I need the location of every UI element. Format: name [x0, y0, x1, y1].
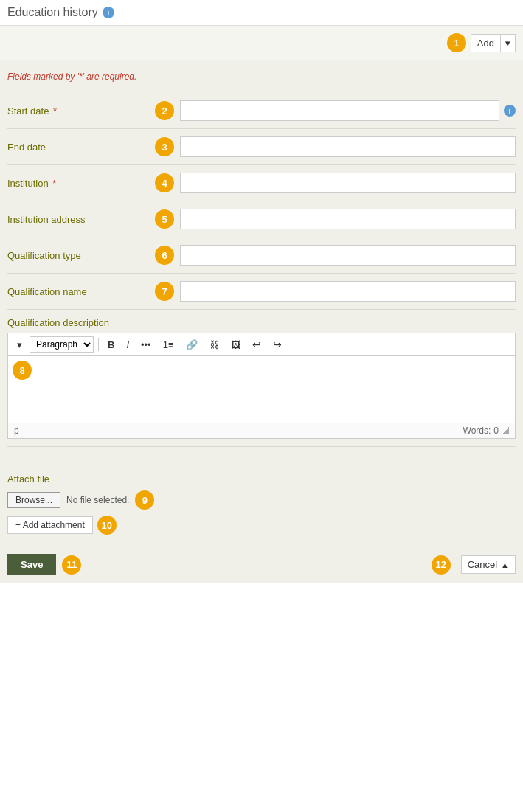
- cancel-chevron-icon: ▲: [501, 561, 509, 569]
- institution-address-label: Institution address: [7, 214, 155, 225]
- add-badge: 1: [447, 33, 466, 52]
- form-section: Fields marked by '*' are required. Start…: [0, 60, 523, 583]
- qualification-name-input[interactable]: [180, 281, 516, 302]
- required-star-institution: *: [50, 178, 57, 189]
- end-date-label: End date: [7, 142, 155, 153]
- start-date-label: Start date *: [7, 105, 155, 117]
- page-header: Education history i: [0, 0, 523, 26]
- qualification-name-badge: 7: [155, 282, 174, 301]
- editor-toolbar: ▾ Paragraph B I ••• 1≡: [7, 333, 516, 355]
- institution-address-badge: 5: [155, 209, 174, 229]
- form-footer: Save 11 12 Cancel ▲: [0, 546, 523, 583]
- qualification-desc-label: Qualification description: [7, 317, 516, 328]
- editor-italic-btn[interactable]: I: [122, 337, 134, 353]
- end-date-input[interactable]: [180, 136, 516, 157]
- attach-badge: 9: [135, 490, 154, 510]
- link-icon[interactable]: [181, 337, 202, 353]
- qual-desc-badge: 8: [13, 361, 32, 380]
- add-button[interactable]: Add: [471, 34, 500, 52]
- cancel-badge: 12: [432, 555, 451, 575]
- editor-bold-btn[interactable]: B: [103, 337, 119, 353]
- add-button-group: Add ▾: [471, 34, 516, 52]
- words-count: 0: [493, 426, 499, 436]
- institution-label: Institution *: [7, 178, 155, 189]
- editor-footer: p Words: 0: [8, 423, 515, 438]
- attach-row: Browse... No file selected. 9: [7, 490, 516, 510]
- header-info-icon[interactable]: i: [103, 7, 114, 18]
- save-badge: 11: [62, 555, 81, 575]
- browse-button[interactable]: Browse...: [7, 492, 60, 508]
- form-container: Fields marked by '*' are required. Start…: [0, 60, 523, 462]
- editor-ordered-list-btn[interactable]: 1≡: [159, 337, 179, 353]
- cancel-button[interactable]: Cancel ▲: [461, 555, 516, 574]
- start-date-info-icon[interactable]: i: [504, 105, 516, 117]
- qualification-name-label: Qualification name: [7, 286, 155, 297]
- required-star-start: *: [50, 105, 57, 117]
- image-icon[interactable]: [226, 337, 245, 353]
- attach-file-section: Attach file Browse... No file selected. …: [0, 462, 523, 546]
- editor-format-dropdown-btn[interactable]: ▾: [13, 337, 27, 353]
- end-date-row: End date 3: [7, 129, 516, 165]
- start-date-badge: 2: [155, 101, 174, 120]
- institution-address-row: Institution address 5: [7, 201, 516, 237]
- editor-area: 8 p Words: 0: [7, 355, 516, 439]
- qualification-type-label: Qualification type: [7, 250, 155, 261]
- qualification-name-row: Qualification name 7: [7, 274, 516, 310]
- toolbar-divider-1: [98, 338, 99, 351]
- start-date-row: Start date * 2 i: [7, 93, 516, 129]
- chevron-down-icon: ▾: [505, 38, 510, 49]
- institution-input[interactable]: [180, 173, 516, 193]
- words-label: Words:: [463, 426, 491, 436]
- institution-row: Institution * 4: [7, 165, 516, 201]
- end-date-badge: 3: [155, 137, 174, 156]
- qualification-desc-row: Qualification description ▾ Paragraph B …: [7, 310, 516, 447]
- start-date-input[interactable]: [180, 100, 499, 121]
- add-dropdown-button[interactable]: ▾: [500, 34, 516, 52]
- editor-content[interactable]: [8, 356, 515, 423]
- add-attachment-badge: 10: [97, 516, 117, 535]
- required-note: Fields marked by '*' are required.: [7, 72, 516, 82]
- institution-address-input[interactable]: [180, 209, 516, 229]
- qualification-type-input[interactable]: [180, 245, 516, 266]
- redo-icon[interactable]: [269, 336, 286, 353]
- qualification-type-badge: 6: [155, 246, 174, 265]
- cancel-label: Cancel: [468, 559, 497, 570]
- toolbar: 1 Add ▾: [0, 26, 523, 60]
- file-name-label: No file selected.: [66, 495, 129, 505]
- add-attachment-button[interactable]: + Add attachment: [7, 516, 93, 534]
- save-button[interactable]: Save: [7, 554, 56, 575]
- undo-icon[interactable]: [248, 336, 266, 353]
- unlink-icon[interactable]: [205, 337, 224, 353]
- editor-unordered-list-btn[interactable]: •••: [136, 337, 156, 353]
- page-title: Education history: [7, 6, 98, 19]
- editor-tag: p: [14, 426, 19, 436]
- attach-file-label: Attach file: [7, 473, 516, 485]
- resize-handle[interactable]: [502, 427, 509, 434]
- qualification-type-row: Qualification type 6: [7, 237, 516, 274]
- editor-paragraph-select[interactable]: Paragraph: [30, 336, 94, 353]
- institution-badge: 4: [155, 173, 174, 192]
